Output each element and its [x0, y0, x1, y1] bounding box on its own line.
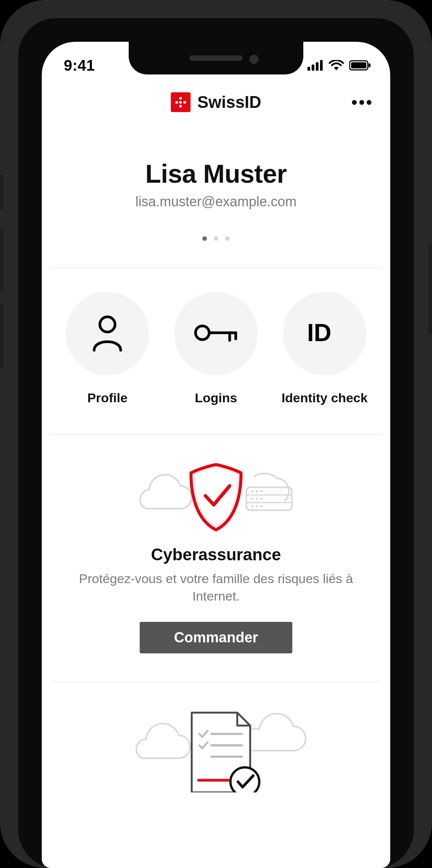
device-notch — [129, 42, 303, 74]
brand-name: SwissID — [197, 93, 262, 112]
cellular-icon — [307, 60, 323, 71]
app-header: SwissID ••• — [42, 80, 390, 125]
action-label: Logins — [195, 391, 237, 405]
promo-cyber-insurance: Cyberassurance Protégez-vous et votre fa… — [42, 435, 390, 670]
svg-point-23 — [256, 505, 258, 508]
shield-check-icon — [117, 458, 315, 534]
promo-title: Cyberassurance — [57, 545, 375, 564]
svg-point-22 — [251, 505, 254, 508]
status-time: 9:41 — [64, 57, 95, 74]
more-icon: ••• — [352, 93, 374, 112]
svg-rect-6 — [369, 63, 371, 67]
action-label: Profile — [87, 391, 128, 405]
carousel-dot — [225, 236, 230, 241]
svg-point-20 — [256, 498, 258, 500]
user-email: lisa.muster@example.com — [57, 194, 375, 210]
device-speaker — [189, 55, 243, 61]
quick-actions-row: Profile — [42, 268, 390, 423]
svg-rect-5 — [351, 62, 366, 68]
device-silence-switch — [0, 175, 4, 209]
carousel-dot — [214, 236, 218, 241]
promo-secondary — [42, 682, 390, 792]
promo-cta-button[interactable]: Commander — [140, 622, 292, 653]
svg-point-24 — [260, 505, 263, 508]
svg-rect-3 — [320, 60, 323, 71]
device-bezel: 9:41 — [18, 18, 414, 868]
svg-point-7 — [100, 317, 115, 332]
svg-point-16 — [251, 490, 254, 492]
device-power-button — [428, 243, 432, 334]
promo-description: Protégez-vous et votre famille des risqu… — [61, 570, 371, 605]
brand: SwissID — [171, 92, 262, 112]
key-icon — [193, 321, 239, 346]
svg-rect-2 — [316, 62, 318, 71]
action-circle — [66, 292, 149, 375]
user-name: Lisa Muster — [57, 159, 375, 188]
id-icon: ID — [307, 319, 342, 348]
svg-point-17 — [256, 490, 258, 492]
device-frame: 9:41 — [0, 0, 432, 868]
person-icon — [90, 314, 125, 353]
wifi-icon — [329, 60, 344, 71]
svg-point-8 — [196, 326, 209, 340]
action-circle: ID — [283, 292, 366, 375]
device-volume-down — [0, 304, 4, 368]
device-volume-up — [0, 228, 4, 292]
promo-secondary-illustration — [57, 709, 375, 792]
device-camera — [249, 55, 259, 64]
svg-rect-0 — [307, 67, 310, 71]
action-identity-check[interactable]: ID Identity check — [274, 292, 375, 405]
svg-rect-1 — [312, 65, 314, 71]
svg-text:ID: ID — [307, 319, 331, 346]
promo-illustration — [57, 458, 375, 534]
brand-logo-icon — [171, 92, 191, 112]
action-logins[interactable]: Logins — [166, 292, 266, 405]
app-screen: 9:41 — [42, 42, 390, 868]
action-circle — [174, 292, 258, 375]
svg-point-29 — [230, 767, 259, 792]
carousel-page-indicator[interactable] — [57, 236, 375, 241]
svg-point-19 — [251, 498, 254, 500]
more-menu-button[interactable]: ••• — [352, 92, 374, 113]
status-indicators — [307, 60, 371, 71]
action-label: Identity check — [282, 391, 368, 405]
svg-point-21 — [260, 498, 263, 500]
document-check-icon — [117, 709, 315, 792]
battery-icon — [349, 60, 371, 71]
user-card[interactable]: Lisa Muster lisa.muster@example.com — [42, 125, 390, 256]
action-profile[interactable]: Profile — [57, 292, 158, 405]
carousel-dot — [202, 236, 207, 241]
svg-point-18 — [260, 490, 263, 492]
